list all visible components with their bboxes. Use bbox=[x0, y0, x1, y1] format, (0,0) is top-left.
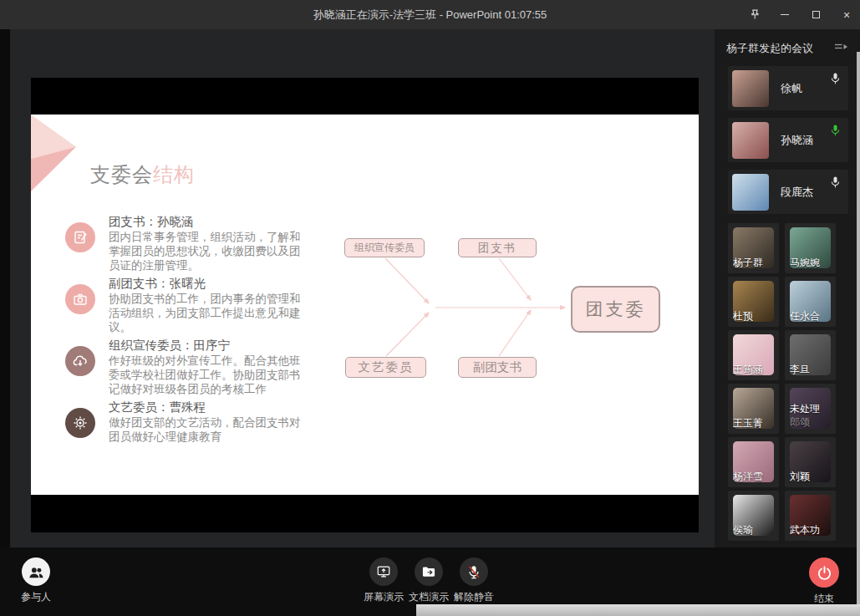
bullet-body: 团内日常事务管理，组织活动，了解和掌握团员的思想状况，收缴团费以及团员证的注册管… bbox=[109, 230, 306, 272]
camera-icon bbox=[65, 284, 95, 314]
participant-tile[interactable]: 未处理郎颂 bbox=[785, 384, 836, 434]
participant-name: 杨子群 bbox=[733, 256, 763, 270]
bullet-body: 作好班级的对外宣传工作。配合其他班委或学校社团做好工作。协助团支部书记做好对班级… bbox=[109, 354, 306, 396]
slide-letterbox-bottom bbox=[31, 495, 699, 532]
participant-name: 王玉菁 bbox=[733, 416, 763, 430]
diagram-box-deputy: 副团支书 bbox=[458, 357, 537, 378]
doc-share-button[interactable]: 文档演示 bbox=[406, 547, 451, 604]
bullet-title: 组织宣传委员：田序宁 bbox=[109, 338, 306, 354]
participant-row[interactable]: 孙晓涵 bbox=[728, 118, 848, 162]
bullet-item: 文艺委员：曹殊程 做好团支部的文艺活动，配合团支书对团员做好心理健康教育 bbox=[65, 400, 326, 444]
mic-icon[interactable] bbox=[830, 124, 841, 140]
mic-muted-icon bbox=[460, 557, 488, 586]
doc-share-label: 文档演示 bbox=[409, 590, 449, 604]
participants-sidebar: 杨子群发起的会议 徐帆孙晓涵段鹿杰 杨子群马婉婉杜预任永合王筠涵李旦王玉菁未处理… bbox=[715, 29, 860, 547]
slide-title: 支委会结构 bbox=[90, 161, 195, 188]
participant-tile[interactable]: 杜预 bbox=[728, 277, 779, 327]
participant-name: 未处理 bbox=[790, 402, 820, 416]
participant-name: 李旦 bbox=[790, 363, 810, 377]
diagram-box-secretary: 团支书 bbox=[458, 238, 537, 257]
participant-tile[interactable]: 杨子群 bbox=[728, 223, 779, 273]
avatar bbox=[732, 70, 769, 107]
slide-bullet-list: 团支书：孙晓涵 团内日常事务管理，组织活动，了解和掌握团员的思想状况，收缴团费以… bbox=[65, 214, 326, 447]
note-edit-icon bbox=[65, 222, 95, 252]
participant-row[interactable]: 段鹿杰 bbox=[728, 170, 848, 214]
participant-tile[interactable]: 李旦 bbox=[785, 330, 836, 380]
screen-share-label: 屏幕演示 bbox=[364, 590, 404, 604]
participant-name: 刘颖 bbox=[790, 470, 810, 484]
unmute-label: 解除静音 bbox=[454, 590, 494, 604]
avatar bbox=[732, 174, 769, 211]
people-icon bbox=[22, 557, 50, 586]
participant-tile-grid: 杨子群马婉婉杜预任永合王筠涵李旦王玉菁未处理郎颂杨洋雪刘颖侯瑜武本功 bbox=[728, 223, 860, 541]
participant-name: 王筠涵 bbox=[733, 363, 763, 377]
screen-share-button[interactable]: 屏幕演示 bbox=[361, 547, 406, 604]
participant-name: 孙晓涵 bbox=[781, 133, 813, 148]
bullet-body: 做好团支部的文艺活动，配合团支书对团员做好心理健康教育 bbox=[109, 415, 306, 444]
shared-screen-area: 支委会结构 团支书：孙晓涵 团内日常事务管理，组织活动，了解和掌握团员的思想状况… bbox=[10, 29, 715, 547]
participant-tile[interactable]: 王玉菁 bbox=[728, 384, 779, 434]
end-meeting-button[interactable]: 结束 bbox=[801, 547, 847, 606]
meeting-header: 杨子群发起的会议 bbox=[715, 29, 860, 66]
maximize-icon[interactable] bbox=[809, 8, 822, 22]
center-tools: 屏幕演示 文档演示 解除静音 bbox=[361, 547, 496, 604]
participants-button[interactable]: 参与人 bbox=[13, 547, 59, 604]
bullet-item: 团支书：孙晓涵 团内日常事务管理，组织活动，了解和掌握团员的思想状况，收缴团费以… bbox=[65, 214, 326, 272]
bullet-title: 团支书：孙晓涵 bbox=[109, 214, 306, 230]
slide-letterbox-top bbox=[31, 78, 699, 115]
pin-icon[interactable] bbox=[747, 8, 761, 22]
diagram-box-arts: 文艺委员 bbox=[345, 357, 426, 378]
participant-tile[interactable]: 马婉婉 bbox=[785, 223, 836, 273]
participant-name: 段鹿杰 bbox=[781, 185, 813, 200]
screen-share-icon bbox=[369, 557, 398, 586]
meeting-title: 杨子群发起的会议 bbox=[726, 42, 813, 54]
cloud-download-icon bbox=[65, 346, 95, 376]
gear-icon bbox=[65, 408, 95, 438]
participant-subname: 郎颂 bbox=[790, 415, 810, 430]
background-window-edge bbox=[0, 29, 10, 547]
presentation-slide: 支委会结构 团支书：孙晓涵 团内日常事务管理，组织活动，了解和掌握团员的思想状况… bbox=[31, 78, 699, 532]
mic-icon[interactable] bbox=[830, 176, 841, 192]
power-icon bbox=[809, 557, 839, 588]
participant-name: 武本功 bbox=[790, 523, 820, 537]
participant-wide-list: 徐帆孙晓涵段鹿杰 bbox=[728, 66, 848, 214]
unmute-button[interactable]: 解除静音 bbox=[451, 547, 496, 604]
folder-share-icon bbox=[415, 557, 443, 586]
window-controls: × bbox=[747, 0, 853, 29]
participant-name: 侯瑜 bbox=[733, 523, 753, 537]
participant-name: 杜预 bbox=[733, 309, 753, 323]
background-window-bottom bbox=[416, 604, 860, 616]
close-icon[interactable]: × bbox=[840, 8, 853, 22]
participant-tile[interactable]: 武本功 bbox=[785, 491, 836, 541]
participant-tile[interactable]: 侯瑜 bbox=[728, 491, 779, 541]
participant-name: 马婉婉 bbox=[790, 256, 820, 270]
participant-name: 徐帆 bbox=[781, 81, 802, 96]
bullet-title: 副团支书：张曙光 bbox=[109, 276, 306, 292]
participant-name: 任永合 bbox=[790, 309, 820, 323]
mic-icon[interactable] bbox=[830, 72, 841, 89]
participant-tile[interactable]: 任永合 bbox=[785, 277, 836, 327]
diagram-box-committee: 团支委 bbox=[571, 286, 660, 333]
bullet-item: 组织宣传委员：田序宁 作好班级的对外宣传工作。配合其他班委或学校社团做好工作。协… bbox=[65, 338, 326, 396]
minimize-icon[interactable] bbox=[778, 8, 791, 22]
diagram-box-org: 组织宣传委员 bbox=[344, 238, 425, 257]
participant-tile[interactable]: 王筠涵 bbox=[728, 330, 779, 380]
titlebar: 孙晓涵正在演示-法学三班 - PowerPoint 01:07:55 × bbox=[0, 0, 860, 29]
window-title: 孙晓涵正在演示-法学三班 - PowerPoint 01:07:55 bbox=[0, 0, 860, 29]
participants-label: 参与人 bbox=[21, 590, 51, 604]
bullet-item: 副团支书：张曙光 协助团支书的工作，团内事务的管理和活动组织，为团支部工作提出意… bbox=[65, 276, 326, 334]
participant-row[interactable]: 徐帆 bbox=[728, 66, 848, 110]
paper-plane-decoration bbox=[31, 115, 76, 191]
bullet-title: 文艺委员：曹殊程 bbox=[109, 400, 306, 415]
avatar bbox=[732, 122, 769, 159]
participant-tile[interactable]: 杨洋雪 bbox=[728, 437, 779, 487]
participant-tile[interactable]: 刘颖 bbox=[785, 437, 836, 487]
participant-name: 杨洋雪 bbox=[733, 470, 763, 484]
bullet-body: 协助团支书的工作，团内事务的管理和活动组织，为团支部工作提出意见和建议。 bbox=[109, 292, 306, 334]
meeting-list-collapse-icon[interactable] bbox=[834, 41, 848, 55]
background-window-right bbox=[857, 52, 860, 604]
